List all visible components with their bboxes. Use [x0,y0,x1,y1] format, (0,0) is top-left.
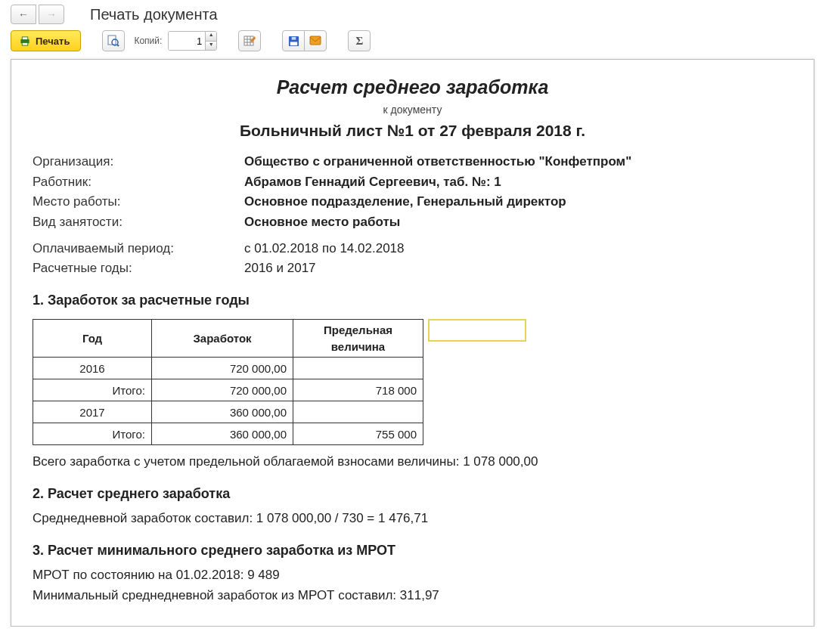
period-label: Оплачиваемый период: [33,240,244,259]
emp-label: Работник: [33,173,244,192]
toolbar: Печать Копий: ▲ ▼ [0,26,825,59]
col-lim: Предельная величина [293,319,423,358]
sigma-icon: Σ [355,35,363,48]
svg-rect-13 [291,36,296,39]
years-value: 2016 и 2017 [244,259,792,278]
doc-title: Расчет среднего заработка [33,73,792,101]
section3-line2: Минимальный среднедневной заработок из М… [33,587,792,605]
copies-input[interactable] [169,32,205,50]
save-button[interactable] [282,30,305,51]
copies-label: Копий: [134,36,162,46]
table-row: 2017 360 000,00 [33,401,423,423]
top-nav: ← → Печать документа [0,0,825,26]
print-document: Расчет среднего заработка к документу Бо… [11,59,814,627]
mail-button[interactable] [304,30,327,51]
forward-button[interactable]: → [39,5,64,24]
section2-line: Среднедневной заработок составил: 1 078 … [33,509,792,528]
section3-line1: МРОТ по состоянию на 01.02.2018: 9 489 [33,566,792,585]
arrow-left-icon: ← [18,9,29,20]
earnings-table: Год Заработок Предельная величина 2016 7… [33,319,423,446]
section1-total: Всего заработка с учетом предельной обла… [33,453,792,472]
table-row: Итого: 720 000,00 718 000 [33,379,423,401]
emp-value: Абрамов Геннадий Сергеевич, таб. №: 1 [244,173,792,192]
type-value: Основное место работы [244,213,792,232]
table-row: 2016 720 000,00 [33,358,423,379]
col-year: Год [33,319,152,358]
place-label: Место работы: [33,193,244,212]
sum-button[interactable]: Σ [348,30,371,51]
preview-button[interactable] [102,30,125,51]
section3-title: 3. Расчет минимального среднего заработк… [33,540,792,560]
place-value: Основное подразделение, Генеральный дире… [244,193,792,212]
svg-rect-12 [290,42,297,45]
arrow-right-icon: → [46,9,57,20]
table-edit-icon [243,35,256,47]
print-button[interactable]: Печать [11,30,81,51]
section2-title: 2. Расчет среднего заработка [33,484,792,503]
svg-rect-1 [22,36,28,39]
org-label: Организация: [33,153,244,172]
svg-rect-14 [310,36,321,45]
info-block: Организация: Общество с ограниченной отв… [33,153,792,232]
window-title: Печать документа [90,6,218,23]
svg-line-5 [117,45,119,46]
svg-rect-2 [22,42,28,45]
copies-spinner[interactable]: ▲ ▼ [168,31,217,51]
envelope-icon [309,36,321,46]
print-button-label: Печать [36,36,70,47]
years-label: Расчетные годы: [33,259,244,278]
magnifier-icon [107,35,119,47]
table-row: Итого: 360 000,00 755 000 [33,423,423,445]
selection-highlight [428,319,526,342]
printer-icon [19,36,31,47]
back-button[interactable]: ← [11,5,36,24]
copies-up-button[interactable]: ▲ [206,32,216,42]
doc-header: Больничный лист №1 от 27 февраля 2018 г. [33,119,792,142]
floppy-icon [288,36,299,47]
period-value: с 01.02.2018 по 14.02.2018 [244,240,792,259]
type-label: Вид занятости: [33,213,244,232]
copies-down-button[interactable]: ▼ [206,42,216,51]
open-doc-button[interactable] [238,30,261,51]
col-earn: Заработок [152,319,293,358]
section1-title: 1. Заработок за расчетные годы [33,290,792,310]
period-block: Оплачиваемый период: с 01.02.2018 по 14.… [33,240,792,278]
org-value: Общество с ограниченной ответственностью… [244,153,792,172]
doc-subtitle: к документу [33,102,792,117]
